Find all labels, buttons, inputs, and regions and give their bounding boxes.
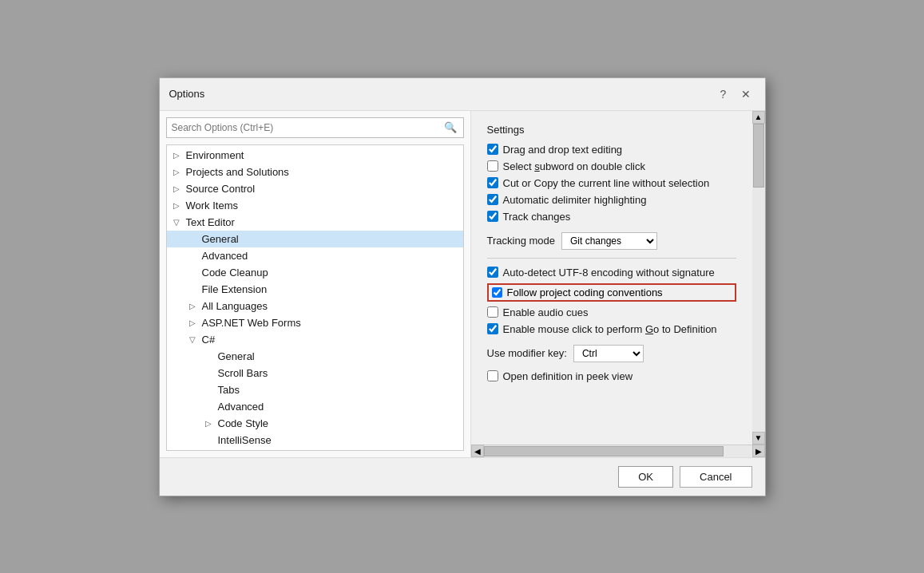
tree-item-work-items[interactable]: ▷Work Items [167,197,463,214]
tree-item-csharp[interactable]: ▽C# [167,331,463,348]
title-bar-left: Options [169,88,205,100]
tree-label-general: General [202,233,239,245]
divider-1 [487,258,736,259]
tree-label-advanced: Advanced [202,250,248,262]
checkbox-row-cut-copy: Cut or Copy the current line without sel… [487,177,736,189]
tree-item-csharp-general[interactable]: General [167,348,463,365]
options-dialog: Options ? ✕ 🔍 ▷Environment▷Projects and … [159,77,766,496]
scroll-left-arrow[interactable]: ◀ [471,445,484,457]
label-audio-cues[interactable]: Enable audio cues [503,306,589,318]
right-content-wrapper: Settings Drag and drop text editing Sele… [471,111,765,445]
tree-label-code-style: Code Style [218,417,269,429]
tree-item-csharp-advanced[interactable]: Advanced [167,398,463,415]
tree-label-source-control: Source Control [186,183,256,195]
search-icon[interactable]: 🔍 [442,121,458,133]
h-scroll-track[interactable] [484,445,752,457]
tree-item-source-control[interactable]: ▷Source Control [167,180,463,197]
main-area: 🔍 ▷Environment▷Projects and Solutions▷So… [160,111,765,457]
tree-item-code-cleanup[interactable]: Code Cleanup [167,264,463,281]
tree-item-general[interactable]: General [167,231,463,247]
tree-item-code-style[interactable]: ▷Code Style [167,415,463,432]
tree-arrow-csharp: ▽ [189,335,199,344]
ok-button[interactable]: OK [618,466,673,488]
right-panel: Settings Drag and drop text editing Sele… [471,111,765,457]
label-track-changes[interactable]: Track changes [503,211,571,223]
settings-group-3: Open definition in peek view [487,370,736,382]
tree-label-text-editor: Text Editor [186,216,235,228]
checkbox-cut-copy[interactable] [487,177,498,188]
checkbox-open-peek[interactable] [487,370,498,381]
checkbox-drag-drop[interactable] [487,144,498,155]
settings-label: Settings [487,124,736,136]
label-cut-copy[interactable]: Cut or Copy the current line without sel… [503,177,710,189]
checkbox-mouse-go-def[interactable] [487,323,498,334]
search-input[interactable] [172,120,442,136]
modifier-key-label: Use modifier key: [487,347,567,359]
label-mouse-go-def[interactable]: Enable mouse click to perform Go to Defi… [503,323,717,335]
right-scrollbar: ▲ ▼ [752,111,765,445]
tree-label-projects-solutions: Projects and Solutions [186,166,289,178]
tree-arrow-aspnet-web-forms: ▷ [189,318,199,327]
tree-label-code-cleanup: Code Cleanup [202,267,268,279]
label-follow-project[interactable]: Follow project coding conventions [507,286,663,298]
tracking-mode-select[interactable]: Git changes Line changes None [561,232,657,250]
checkbox-audio-cues[interactable] [487,306,498,318]
checkbox-auto-delimiter[interactable] [487,194,498,205]
close-button[interactable]: ✕ [736,85,755,104]
tree-item-aspnet-web-forms[interactable]: ▷ASP.NET Web Forms [167,314,463,331]
checkbox-track-changes[interactable] [487,211,498,222]
help-button[interactable]: ? [714,85,733,104]
settings-group-2: Auto-detect UTF-8 encoding without signa… [487,267,736,335]
tree-item-intellisense[interactable]: IntelliSense [167,432,463,449]
tree-item-scroll-bars[interactable]: Scroll Bars [167,365,463,381]
right-content: Settings Drag and drop text editing Sele… [471,111,752,445]
tree-arrow-code-style: ▷ [205,419,215,428]
tree-item-all-languages[interactable]: ▷All Languages [167,298,463,314]
tree-arrow-source-control: ▷ [173,184,183,193]
label-drag-drop[interactable]: Drag and drop text editing [503,144,623,156]
label-select-subword[interactable]: Select subword on double click [503,160,646,172]
footer: OK Cancel [160,457,765,496]
checkbox-follow-project[interactable] [492,287,502,298]
tree-item-tabs[interactable]: Tabs [167,381,463,398]
h-scroll-thumb [484,446,724,456]
checkbox-select-subword[interactable] [487,160,498,172]
label-open-peek[interactable]: Open definition in peek view [503,370,633,382]
title-bar-right: ? ✕ [714,85,755,104]
scroll-track[interactable] [752,124,765,432]
tracking-mode-row: Tracking mode Git changes Line changes N… [487,232,736,250]
tree-label-csharp-general: General [218,350,255,362]
tracking-mode-label: Tracking mode [487,235,556,247]
tree-label-csharp: C# [202,334,216,346]
tree-label-environment: Environment [186,149,244,161]
tree-item-text-editor[interactable]: ▽Text Editor [167,214,463,231]
tree-item-projects-solutions[interactable]: ▷Projects and Solutions [167,164,463,180]
tree-view: ▷Environment▷Projects and Solutions▷Sour… [166,144,464,451]
label-auto-delimiter[interactable]: Automatic delimiter highlighting [503,194,647,206]
tree-label-file-extension: File Extension [202,283,268,295]
checkbox-utf8[interactable] [487,267,498,278]
highlighted-follow-project-row: Follow project coding conventions [487,283,736,302]
checkbox-row-track-changes: Track changes [487,211,736,223]
dialog-title: Options [169,88,205,100]
checkbox-row-drag-drop: Drag and drop text editing [487,144,736,156]
checkbox-row-auto-delimiter: Automatic delimiter highlighting [487,194,736,206]
tree-label-scroll-bars: Scroll Bars [218,367,268,379]
tree-arrow-text-editor: ▽ [173,218,183,227]
search-box[interactable]: 🔍 [166,117,464,138]
scroll-right-arrow[interactable]: ▶ [752,445,765,457]
label-utf8[interactable]: Auto-detect UTF-8 encoding without signa… [503,267,715,279]
tree-label-csharp-advanced: Advanced [218,401,264,413]
tree-label-all-languages: All Languages [202,300,268,312]
tree-arrow-work-items: ▷ [173,201,183,210]
cancel-button[interactable]: Cancel [680,466,751,488]
scroll-up-arrow[interactable]: ▲ [752,111,765,124]
tree-item-advanced[interactable]: Advanced [167,247,463,264]
modifier-key-row: Use modifier key: Ctrl Alt Ctrl+Alt [487,345,736,362]
scroll-thumb [753,124,764,188]
scroll-down-arrow[interactable]: ▼ [752,432,765,445]
modifier-key-select[interactable]: Ctrl Alt Ctrl+Alt [573,345,644,362]
tree-item-environment[interactable]: ▷Environment [167,147,463,164]
tree-item-file-extension[interactable]: File Extension [167,281,463,298]
tree-label-intellisense: IntelliSense [218,434,272,446]
